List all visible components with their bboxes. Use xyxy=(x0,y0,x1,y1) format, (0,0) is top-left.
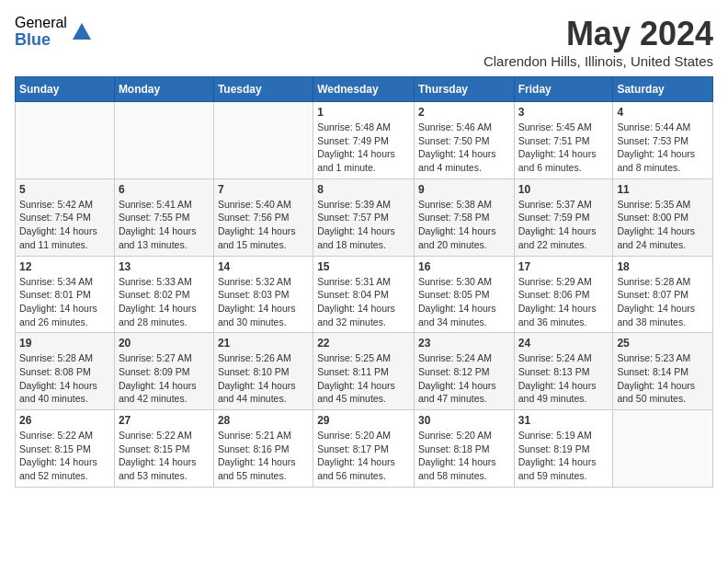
weekday-header-monday: Monday xyxy=(114,77,213,102)
day-info: Sunrise: 5:41 AMSunset: 7:55 PMDaylight:… xyxy=(119,198,210,252)
day-info: Sunrise: 5:37 AMSunset: 7:59 PMDaylight:… xyxy=(518,198,609,252)
day-info: Sunrise: 5:31 AMSunset: 8:04 PMDaylight:… xyxy=(317,275,410,329)
day-cell: 29Sunrise: 5:20 AMSunset: 8:17 PMDayligh… xyxy=(313,410,415,488)
day-cell: 8Sunrise: 5:39 AMSunset: 7:57 PMDaylight… xyxy=(313,178,415,256)
day-number: 16 xyxy=(418,260,510,273)
month-title: May 2024 xyxy=(483,15,713,53)
day-info: Sunrise: 5:39 AMSunset: 7:57 PMDaylight:… xyxy=(317,198,410,252)
day-cell: 6Sunrise: 5:41 AMSunset: 7:55 PMDaylight… xyxy=(114,178,213,256)
day-number: 9 xyxy=(418,183,510,196)
day-info: Sunrise: 5:23 AMSunset: 8:14 PMDaylight:… xyxy=(617,351,709,406)
calendar-header: SundayMondayTuesdayWednesdayThursdayFrid… xyxy=(16,77,713,102)
day-info: Sunrise: 5:25 AMSunset: 8:11 PMDaylight:… xyxy=(317,351,410,406)
logo-text: General Blue xyxy=(15,15,67,49)
day-info: Sunrise: 5:26 AMSunset: 8:10 PMDaylight:… xyxy=(218,351,309,406)
day-number: 1 xyxy=(317,106,410,119)
day-number: 11 xyxy=(617,183,709,196)
week-row-1: 1Sunrise: 5:48 AMSunset: 7:49 PMDaylight… xyxy=(16,102,713,179)
day-info: Sunrise: 5:27 AMSunset: 8:09 PMDaylight:… xyxy=(119,351,210,406)
day-number: 29 xyxy=(317,414,410,427)
day-info: Sunrise: 5:22 AMSunset: 8:15 PMDaylight:… xyxy=(119,429,210,483)
weekday-header-friday: Friday xyxy=(514,77,613,102)
day-number: 5 xyxy=(19,183,110,196)
day-info: Sunrise: 5:30 AMSunset: 8:05 PMDaylight:… xyxy=(418,275,510,329)
day-info: Sunrise: 5:28 AMSunset: 8:07 PMDaylight:… xyxy=(617,275,709,329)
day-info: Sunrise: 5:32 AMSunset: 8:03 PMDaylight:… xyxy=(218,275,309,329)
day-number: 7 xyxy=(218,183,309,196)
day-number: 15 xyxy=(317,260,410,273)
calendar-table: SundayMondayTuesdayWednesdayThursdayFrid… xyxy=(15,76,713,488)
day-number: 12 xyxy=(19,260,110,273)
day-cell: 19Sunrise: 5:28 AMSunset: 8:08 PMDayligh… xyxy=(16,333,115,410)
day-cell xyxy=(613,410,713,488)
day-number: 27 xyxy=(119,414,210,427)
title-block: May 2024 Clarendon Hills, Illinois, Unit… xyxy=(483,15,713,69)
day-info: Sunrise: 5:48 AMSunset: 7:49 PMDaylight:… xyxy=(317,121,410,175)
day-cell: 21Sunrise: 5:26 AMSunset: 8:10 PMDayligh… xyxy=(213,333,313,410)
day-cell: 14Sunrise: 5:32 AMSunset: 8:03 PMDayligh… xyxy=(213,256,313,333)
day-cell: 4Sunrise: 5:44 AMSunset: 7:53 PMDaylight… xyxy=(613,102,713,179)
day-number: 19 xyxy=(19,337,110,350)
logo-blue: Blue xyxy=(15,31,67,50)
day-info: Sunrise: 5:24 AMSunset: 8:12 PMDaylight:… xyxy=(418,351,510,406)
day-info: Sunrise: 5:45 AMSunset: 7:51 PMDaylight:… xyxy=(518,121,609,175)
day-number: 23 xyxy=(418,337,510,350)
day-info: Sunrise: 5:34 AMSunset: 8:01 PMDaylight:… xyxy=(19,275,110,329)
day-number: 30 xyxy=(418,414,510,427)
day-number: 21 xyxy=(218,337,309,350)
day-cell: 5Sunrise: 5:42 AMSunset: 7:54 PMDaylight… xyxy=(16,178,115,256)
day-number: 13 xyxy=(119,260,210,273)
day-cell: 17Sunrise: 5:29 AMSunset: 8:06 PMDayligh… xyxy=(514,256,613,333)
day-number: 6 xyxy=(119,183,210,196)
day-info: Sunrise: 5:29 AMSunset: 8:06 PMDaylight:… xyxy=(518,275,609,329)
day-cell: 1Sunrise: 5:48 AMSunset: 7:49 PMDaylight… xyxy=(313,102,415,179)
day-cell: 10Sunrise: 5:37 AMSunset: 7:59 PMDayligh… xyxy=(514,178,613,256)
weekday-header-wednesday: Wednesday xyxy=(313,77,415,102)
day-info: Sunrise: 5:28 AMSunset: 8:08 PMDaylight:… xyxy=(19,351,110,406)
day-number: 14 xyxy=(218,260,309,273)
day-number: 22 xyxy=(317,337,410,350)
weekday-header-thursday: Thursday xyxy=(414,77,514,102)
day-number: 24 xyxy=(518,337,609,350)
day-cell: 31Sunrise: 5:19 AMSunset: 8:19 PMDayligh… xyxy=(514,410,613,488)
logo-icon xyxy=(71,21,93,43)
week-row-4: 19Sunrise: 5:28 AMSunset: 8:08 PMDayligh… xyxy=(16,333,713,410)
svg-marker-0 xyxy=(73,23,91,40)
week-row-2: 5Sunrise: 5:42 AMSunset: 7:54 PMDaylight… xyxy=(16,178,713,256)
day-cell: 24Sunrise: 5:24 AMSunset: 8:13 PMDayligh… xyxy=(514,333,613,410)
day-cell: 15Sunrise: 5:31 AMSunset: 8:04 PMDayligh… xyxy=(313,256,415,333)
weekday-header-sunday: Sunday xyxy=(16,77,115,102)
day-number: 25 xyxy=(617,337,709,350)
week-row-3: 12Sunrise: 5:34 AMSunset: 8:01 PMDayligh… xyxy=(16,256,713,333)
week-row-5: 26Sunrise: 5:22 AMSunset: 8:15 PMDayligh… xyxy=(16,410,713,488)
calendar-body: 1Sunrise: 5:48 AMSunset: 7:49 PMDaylight… xyxy=(16,102,713,488)
day-info: Sunrise: 5:35 AMSunset: 8:00 PMDaylight:… xyxy=(617,198,709,252)
day-cell: 20Sunrise: 5:27 AMSunset: 8:09 PMDayligh… xyxy=(114,333,213,410)
day-cell: 28Sunrise: 5:21 AMSunset: 8:16 PMDayligh… xyxy=(213,410,313,488)
logo: General Blue xyxy=(15,15,93,49)
day-cell: 3Sunrise: 5:45 AMSunset: 7:51 PMDaylight… xyxy=(514,102,613,179)
day-cell: 18Sunrise: 5:28 AMSunset: 8:07 PMDayligh… xyxy=(613,256,713,333)
day-cell: 9Sunrise: 5:38 AMSunset: 7:58 PMDaylight… xyxy=(414,178,514,256)
day-cell: 23Sunrise: 5:24 AMSunset: 8:12 PMDayligh… xyxy=(414,333,514,410)
day-info: Sunrise: 5:33 AMSunset: 8:02 PMDaylight:… xyxy=(119,275,210,329)
day-cell: 12Sunrise: 5:34 AMSunset: 8:01 PMDayligh… xyxy=(16,256,115,333)
day-cell: 11Sunrise: 5:35 AMSunset: 8:00 PMDayligh… xyxy=(613,178,713,256)
day-info: Sunrise: 5:46 AMSunset: 7:50 PMDaylight:… xyxy=(418,121,510,175)
day-cell: 7Sunrise: 5:40 AMSunset: 7:56 PMDaylight… xyxy=(213,178,313,256)
day-info: Sunrise: 5:40 AMSunset: 7:56 PMDaylight:… xyxy=(218,198,309,252)
day-number: 31 xyxy=(518,414,609,427)
page-header: General Blue May 2024 Clarendon Hills, I… xyxy=(15,15,713,69)
weekday-row: SundayMondayTuesdayWednesdayThursdayFrid… xyxy=(16,77,713,102)
day-info: Sunrise: 5:44 AMSunset: 7:53 PMDaylight:… xyxy=(617,121,709,175)
weekday-header-tuesday: Tuesday xyxy=(213,77,313,102)
day-cell xyxy=(114,102,213,179)
day-info: Sunrise: 5:20 AMSunset: 8:18 PMDaylight:… xyxy=(418,429,510,483)
day-cell: 16Sunrise: 5:30 AMSunset: 8:05 PMDayligh… xyxy=(414,256,514,333)
location: Clarendon Hills, Illinois, United States xyxy=(483,53,713,69)
day-cell: 27Sunrise: 5:22 AMSunset: 8:15 PMDayligh… xyxy=(114,410,213,488)
day-cell: 30Sunrise: 5:20 AMSunset: 8:18 PMDayligh… xyxy=(414,410,514,488)
day-info: Sunrise: 5:38 AMSunset: 7:58 PMDaylight:… xyxy=(418,198,510,252)
day-info: Sunrise: 5:24 AMSunset: 8:13 PMDaylight:… xyxy=(518,351,609,406)
day-number: 18 xyxy=(617,260,709,273)
